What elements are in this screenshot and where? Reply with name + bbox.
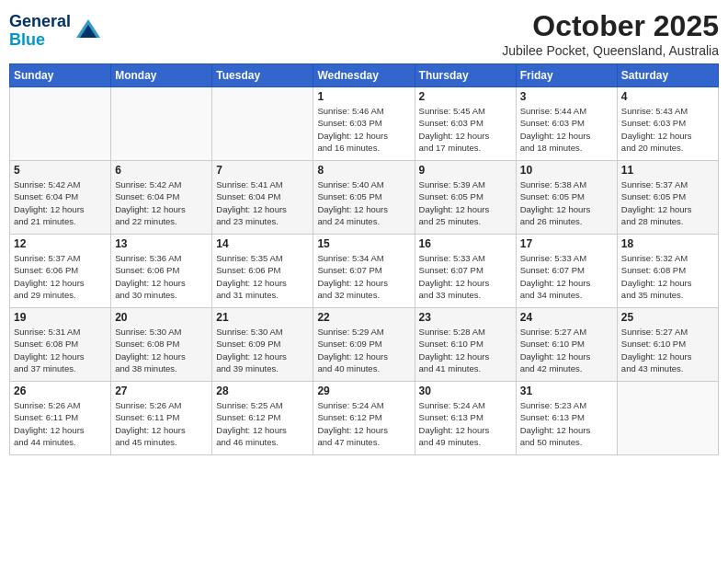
calendar-cell: 12Sunrise: 5:37 AM Sunset: 6:06 PM Dayli…	[10, 235, 111, 308]
calendar-cell: 8Sunrise: 5:40 AM Sunset: 6:05 PM Daylig…	[313, 161, 415, 235]
calendar-cell: 21Sunrise: 5:30 AM Sunset: 6:09 PM Dayli…	[212, 308, 313, 382]
day-info: Sunrise: 5:40 AM Sunset: 6:05 PM Dayligh…	[317, 178, 410, 227]
calendar-cell: 11Sunrise: 5:37 AM Sunset: 6:05 PM Dayli…	[617, 161, 718, 235]
day-number: 7	[216, 164, 309, 177]
calendar-cell	[212, 87, 313, 161]
day-number: 22	[317, 311, 410, 324]
day-number: 2	[419, 90, 512, 103]
day-number: 30	[419, 385, 512, 397]
calendar-cell: 4Sunrise: 5:43 AM Sunset: 6:03 PM Daylig…	[617, 87, 718, 161]
calendar-cell: 30Sunrise: 5:24 AM Sunset: 6:13 PM Dayli…	[415, 382, 516, 455]
day-info: Sunrise: 5:41 AM Sunset: 6:04 PM Dayligh…	[216, 178, 309, 227]
day-number: 4	[621, 90, 714, 103]
month-title: October 2025	[502, 9, 719, 43]
day-info: Sunrise: 5:43 AM Sunset: 6:03 PM Dayligh…	[621, 105, 714, 154]
calendar-cell	[10, 87, 111, 161]
calendar-cell: 16Sunrise: 5:33 AM Sunset: 6:07 PM Dayli…	[415, 235, 516, 308]
day-number: 24	[520, 311, 613, 324]
calendar-cell: 6Sunrise: 5:42 AM Sunset: 6:04 PM Daylig…	[111, 161, 212, 235]
calendar-cell: 10Sunrise: 5:38 AM Sunset: 6:05 PM Dayli…	[516, 161, 617, 235]
calendar-cell: 24Sunrise: 5:27 AM Sunset: 6:10 PM Dayli…	[516, 308, 617, 382]
day-number: 6	[115, 164, 208, 177]
calendar-cell: 5Sunrise: 5:42 AM Sunset: 6:04 PM Daylig…	[10, 161, 111, 235]
day-number: 10	[520, 164, 613, 177]
day-info: Sunrise: 5:25 AM Sunset: 6:12 PM Dayligh…	[216, 399, 309, 448]
calendar-cell: 9Sunrise: 5:39 AM Sunset: 6:05 PM Daylig…	[415, 161, 516, 235]
week-row-5: 26Sunrise: 5:26 AM Sunset: 6:11 PM Dayli…	[10, 382, 719, 455]
day-number: 20	[115, 311, 208, 324]
day-info: Sunrise: 5:46 AM Sunset: 6:03 PM Dayligh…	[317, 105, 410, 154]
day-number: 26	[14, 385, 107, 397]
calendar-table: SundayMondayTuesdayWednesdayThursdayFrid…	[9, 63, 719, 455]
day-info: Sunrise: 5:42 AM Sunset: 6:04 PM Dayligh…	[14, 178, 107, 227]
day-number: 28	[216, 385, 309, 397]
weekday-header-wednesday: Wednesday	[313, 64, 415, 87]
location: Jubilee Pocket, Queensland, Australia	[502, 43, 719, 58]
day-info: Sunrise: 5:24 AM Sunset: 6:12 PM Dayligh…	[317, 399, 410, 448]
calendar-cell: 15Sunrise: 5:34 AM Sunset: 6:07 PM Dayli…	[313, 235, 415, 308]
page-header: GeneralBlue October 2025 Jubilee Pocket,…	[9, 9, 719, 58]
day-number: 12	[14, 237, 107, 250]
day-number: 14	[216, 237, 309, 250]
week-row-2: 5Sunrise: 5:42 AM Sunset: 6:04 PM Daylig…	[10, 161, 719, 235]
day-info: Sunrise: 5:36 AM Sunset: 6:06 PM Dayligh…	[115, 252, 208, 301]
day-number: 18	[621, 237, 714, 250]
logo: GeneralBlue	[9, 13, 102, 50]
day-number: 16	[419, 237, 512, 250]
weekday-header-friday: Friday	[516, 64, 617, 87]
logo-text: GeneralBlue	[9, 13, 71, 50]
week-row-1: 1Sunrise: 5:46 AM Sunset: 6:03 PM Daylig…	[10, 87, 719, 161]
day-info: Sunrise: 5:27 AM Sunset: 6:10 PM Dayligh…	[621, 326, 714, 374]
calendar-cell: 2Sunrise: 5:45 AM Sunset: 6:03 PM Daylig…	[415, 87, 516, 161]
calendar-cell: 3Sunrise: 5:44 AM Sunset: 6:03 PM Daylig…	[516, 87, 617, 161]
week-row-3: 12Sunrise: 5:37 AM Sunset: 6:06 PM Dayli…	[10, 235, 719, 308]
calendar-cell: 17Sunrise: 5:33 AM Sunset: 6:07 PM Dayli…	[516, 235, 617, 308]
calendar-cell: 26Sunrise: 5:26 AM Sunset: 6:11 PM Dayli…	[10, 382, 111, 455]
calendar-cell: 7Sunrise: 5:41 AM Sunset: 6:04 PM Daylig…	[212, 161, 313, 235]
calendar-cell: 13Sunrise: 5:36 AM Sunset: 6:06 PM Dayli…	[111, 235, 212, 308]
day-info: Sunrise: 5:26 AM Sunset: 6:11 PM Dayligh…	[14, 399, 107, 448]
day-number: 3	[520, 90, 613, 103]
day-info: Sunrise: 5:26 AM Sunset: 6:11 PM Dayligh…	[115, 399, 208, 448]
weekday-header-thursday: Thursday	[415, 64, 516, 87]
day-info: Sunrise: 5:30 AM Sunset: 6:08 PM Dayligh…	[115, 326, 208, 374]
calendar-cell	[617, 382, 718, 455]
day-number: 11	[621, 164, 714, 177]
day-info: Sunrise: 5:37 AM Sunset: 6:05 PM Dayligh…	[621, 178, 714, 227]
day-info: Sunrise: 5:29 AM Sunset: 6:09 PM Dayligh…	[317, 326, 410, 374]
weekday-header-row: SundayMondayTuesdayWednesdayThursdayFrid…	[10, 64, 719, 87]
day-info: Sunrise: 5:33 AM Sunset: 6:07 PM Dayligh…	[520, 252, 613, 301]
day-number: 1	[317, 90, 410, 103]
day-info: Sunrise: 5:32 AM Sunset: 6:08 PM Dayligh…	[621, 252, 714, 301]
day-number: 13	[115, 237, 208, 250]
day-info: Sunrise: 5:31 AM Sunset: 6:08 PM Dayligh…	[14, 326, 107, 374]
calendar-cell: 22Sunrise: 5:29 AM Sunset: 6:09 PM Dayli…	[313, 308, 415, 382]
day-info: Sunrise: 5:35 AM Sunset: 6:06 PM Dayligh…	[216, 252, 309, 301]
day-number: 17	[520, 237, 613, 250]
day-number: 23	[419, 311, 512, 324]
day-info: Sunrise: 5:42 AM Sunset: 6:04 PM Dayligh…	[115, 178, 208, 227]
day-info: Sunrise: 5:24 AM Sunset: 6:13 PM Dayligh…	[419, 399, 512, 448]
week-row-4: 19Sunrise: 5:31 AM Sunset: 6:08 PM Dayli…	[10, 308, 719, 382]
day-number: 25	[621, 311, 714, 324]
calendar-cell: 23Sunrise: 5:28 AM Sunset: 6:10 PM Dayli…	[415, 308, 516, 382]
calendar-cell: 29Sunrise: 5:24 AM Sunset: 6:12 PM Dayli…	[313, 382, 415, 455]
day-info: Sunrise: 5:27 AM Sunset: 6:10 PM Dayligh…	[520, 326, 613, 374]
weekday-header-tuesday: Tuesday	[212, 64, 313, 87]
weekday-header-monday: Monday	[111, 64, 212, 87]
calendar-cell: 14Sunrise: 5:35 AM Sunset: 6:06 PM Dayli…	[212, 235, 313, 308]
logo-icon	[74, 17, 102, 45]
day-info: Sunrise: 5:23 AM Sunset: 6:13 PM Dayligh…	[520, 399, 613, 448]
day-number: 5	[14, 164, 107, 177]
weekday-header-sunday: Sunday	[10, 64, 111, 87]
day-number: 9	[419, 164, 512, 177]
calendar-cell: 27Sunrise: 5:26 AM Sunset: 6:11 PM Dayli…	[111, 382, 212, 455]
day-info: Sunrise: 5:45 AM Sunset: 6:03 PM Dayligh…	[419, 105, 512, 154]
day-number: 8	[317, 164, 410, 177]
calendar-cell: 1Sunrise: 5:46 AM Sunset: 6:03 PM Daylig…	[313, 87, 415, 161]
title-block: October 2025 Jubilee Pocket, Queensland,…	[502, 9, 719, 58]
day-info: Sunrise: 5:30 AM Sunset: 6:09 PM Dayligh…	[216, 326, 309, 374]
day-info: Sunrise: 5:33 AM Sunset: 6:07 PM Dayligh…	[419, 252, 512, 301]
day-number: 21	[216, 311, 309, 324]
day-number: 29	[317, 385, 410, 397]
